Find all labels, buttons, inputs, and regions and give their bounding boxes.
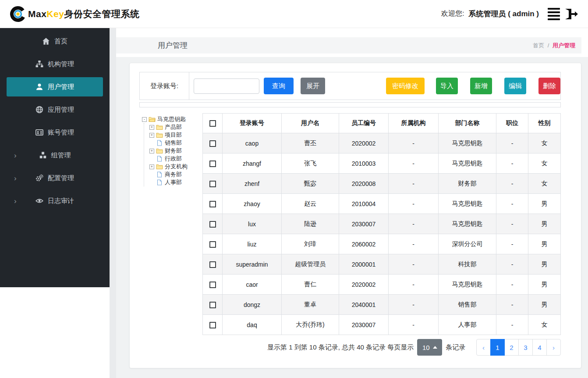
tree-expander-icon[interactable]: - (142, 117, 147, 122)
table-row[interactable]: zhenf甄宓2020008-财务部-女 (203, 174, 561, 194)
tree-expander-icon[interactable]: + (149, 133, 154, 138)
cell-gender: 女 (528, 153, 561, 174)
pagination-page-1[interactable]: 1 (490, 339, 505, 356)
sidebar-item-audit[interactable]: ›日志审计 (0, 189, 110, 212)
row-checkbox[interactable] (209, 140, 216, 147)
delete-button[interactable]: 删除 (538, 78, 560, 94)
tree-node-root[interactable]: -马克思钥匙 (142, 115, 202, 123)
column-header-gender: 性别 (528, 114, 561, 133)
sidebar-item-label: 日志审计 (48, 197, 74, 205)
tree-node-3[interactable]: +财务部 (149, 147, 202, 155)
tree-node-6[interactable]: 商务部 (149, 171, 202, 178)
cell-position: - (496, 174, 528, 194)
table-row[interactable]: daq大乔(乔玮)2030007-人事部-女 (203, 315, 561, 335)
cell-gender: 男 (528, 254, 561, 275)
id-card-icon (35, 128, 43, 136)
sidebar-item-user[interactable]: 用户管理 (7, 77, 103, 96)
sitemap-icon (35, 60, 43, 68)
table-row[interactable]: caor曹仁2020002-马克思钥匙-男 (203, 275, 561, 295)
pagination-page-3[interactable]: 3 (518, 339, 533, 356)
brand: MaxKey身份安全管理系统 (10, 6, 139, 22)
table-row[interactable]: lux陆逊2030007-马克思钥匙-男 (203, 214, 561, 234)
app-title: MaxKey身份安全管理系统 (28, 8, 139, 20)
tree-node-5[interactable]: +分支机构 (149, 163, 202, 171)
hamburger-icon[interactable] (548, 8, 560, 20)
cell-position: - (496, 275, 528, 295)
sidebar-item-label: 应用管理 (48, 106, 74, 114)
cell-department: 深圳分公司 (439, 234, 496, 254)
add-button[interactable]: 新增 (470, 78, 492, 94)
table-row[interactable]: dongz董卓2040001-销售部-男 (203, 295, 561, 315)
row-checkbox[interactable] (209, 241, 216, 248)
content-area: 用户管理 首页 / 用户管理 登录账号: 查询 展开 密码修改 导入 新增 编辑… (110, 28, 588, 378)
sidebar-item-account[interactable]: 账号管理 (0, 121, 110, 144)
cell-position: - (496, 234, 528, 254)
pagination-page-4[interactable]: 4 (532, 339, 547, 356)
sidebar-item-app[interactable]: 应用管理 (0, 98, 110, 121)
select-all-checkbox[interactable] (209, 120, 216, 127)
tree-node-2[interactable]: 销售部 (149, 139, 202, 147)
tree-node-1[interactable]: +项目部 (149, 131, 202, 139)
cell-department: 销售部 (439, 295, 496, 315)
sidebar-item-config[interactable]: ›配置管理 (0, 167, 110, 189)
sidebar-item-home[interactable]: 首页 (0, 30, 110, 53)
cell-org: - (389, 194, 439, 214)
tree-node-label: 财务部 (165, 147, 182, 155)
cell-username: 甄宓 (282, 174, 339, 194)
import-button[interactable]: 导入 (436, 78, 458, 94)
sidebar-nav: 首页机构管理用户管理应用管理账号管理›组管理›配置管理›日志审计 (0, 28, 110, 287)
table-row[interactable]: zhangf张飞2010003-马克思钥匙-女 (203, 153, 561, 174)
current-user: 系统管理员 ( admin ) (468, 9, 539, 19)
sidebar-item-group[interactable]: ›组管理 (0, 144, 110, 167)
row-select-cell (203, 214, 223, 234)
login-account-input[interactable] (194, 78, 259, 94)
tree-expander-icon[interactable]: + (149, 164, 154, 169)
expand-button[interactable]: 展开 (301, 78, 325, 94)
tree-node-4[interactable]: 行政部 (149, 155, 202, 163)
row-checkbox[interactable] (209, 160, 216, 167)
table-row[interactable]: liuz刘璋2060002-深圳分公司-男 (203, 234, 561, 254)
query-button[interactable]: 查询 (264, 78, 294, 94)
cell-employee-no: 2020008 (339, 174, 389, 194)
login-account-label: 登录账号: (140, 72, 189, 100)
pagination: ‹1234› (476, 339, 561, 356)
sidebar-item-label: 组管理 (51, 151, 71, 160)
tree-node-0[interactable]: +产品部 (149, 123, 202, 131)
header-right: 欢迎您: 系统管理员 ( admin ) (441, 7, 578, 21)
cell-department: 财务部 (439, 174, 496, 194)
breadcrumb-home-link[interactable]: 首页 (533, 42, 544, 49)
row-checkbox[interactable] (209, 282, 216, 288)
row-checkbox[interactable] (209, 322, 216, 328)
row-checkbox[interactable] (209, 221, 216, 228)
main-panel: 登录账号: 查询 展开 密码修改 导入 新增 编辑 删除 -马克思钥匙+产品部+… (129, 63, 581, 368)
table-row[interactable]: superadmin超级管理员2000001-科技部-男 (203, 254, 561, 275)
tree-node-label: 销售部 (165, 139, 182, 147)
table-row[interactable]: caop曹丕2020002-马克思钥匙-女 (203, 133, 561, 153)
cell-employee-no: 2000001 (339, 254, 389, 275)
edit-button[interactable]: 编辑 (504, 78, 526, 94)
row-checkbox[interactable] (209, 181, 216, 187)
tree-node-7[interactable]: 人事部 (149, 178, 202, 186)
tree-node-label: 马克思钥匙 (157, 115, 186, 123)
logout-icon[interactable] (563, 7, 578, 21)
tree-expander-icon[interactable]: + (149, 149, 154, 153)
cell-org: - (389, 254, 439, 275)
collapsed-filter-strip (139, 102, 561, 107)
tree-expander-icon[interactable]: + (149, 125, 154, 130)
page-size-dropdown[interactable]: 10 (417, 339, 442, 356)
cell-org: - (389, 153, 439, 174)
row-checkbox[interactable] (209, 201, 216, 207)
table-row[interactable]: zhaoy赵云2010004-马克思钥匙-男 (203, 194, 561, 214)
sidebar-item-org[interactable]: 机构管理 (0, 53, 110, 75)
pagination-page-2[interactable]: 2 (504, 339, 519, 356)
pagination-prev-button[interactable]: ‹ (476, 339, 491, 356)
row-checkbox[interactable] (209, 302, 216, 308)
cell-department: 马克思钥匙 (439, 194, 496, 214)
pagination-next-button[interactable]: › (546, 339, 561, 356)
cell-login: zhangf (223, 153, 282, 174)
cell-login: caor (223, 275, 282, 295)
org-tree: -马克思钥匙+产品部+项目部销售部+财务部行政部+分支机构商务部人事部 (139, 113, 202, 356)
column-header-username: 用户名 (282, 114, 339, 133)
row-checkbox[interactable] (209, 261, 216, 268)
change-password-button[interactable]: 密码修改 (386, 78, 425, 94)
